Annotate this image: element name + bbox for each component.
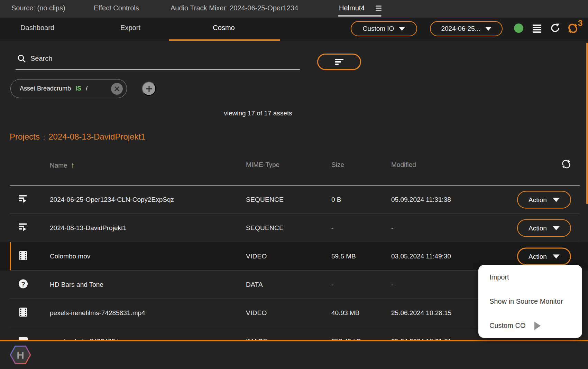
action-context-menu: ImportShow in Source MonitorCustom CO [478,265,582,338]
custom-io-dropdown[interactable]: Custom IO [351,21,417,36]
breadcrumb-separator: : [40,133,49,141]
column-header-name[interactable]: Name↑ [50,161,74,169]
asset-name: pexels-irenefilms-74285831.mp4 [50,309,145,317]
active-tab-underline [338,15,382,17]
asset-mime-type: DATA [246,281,263,288]
film-icon [18,307,28,319]
asset-size: - [331,224,333,232]
asset-mime-type: VIDEO [246,253,267,260]
action-button-label: Action [529,253,547,260]
sort-lines-icon [335,59,343,65]
menu-item-show-in-source-monitor[interactable]: Show in Source Monitor [478,290,582,314]
asset-size: 259.45 kB [331,338,361,340]
asset-row[interactable]: 2024-06-25-Oper1234-CLN-Copy2ExpSqzSEQUE… [0,186,588,214]
filter-chip-value: / [86,85,88,92]
svg-text:?: ? [21,281,25,288]
asset-name: 2024-08-13-DavidProjekt1 [50,224,127,232]
vertical-scrollbar-thumb[interactable] [586,43,588,204]
asset-name: pexels-photo-2422409.jpg [50,338,126,340]
asset-name: HD Bars and Tone [50,281,103,288]
asset-mime-type: SEQUENCE [246,224,284,232]
chevron-down-icon [399,27,405,31]
sequence-icon [18,222,28,234]
workspace-tab-helmut4[interactable]: Helmut4 [339,4,365,12]
chevron-down-icon [553,226,560,230]
custom-io-label: Custom IO [363,25,394,32]
asset-mime-type: IMAGE [246,338,268,340]
connection-status-dot [514,23,523,33]
column-header-size[interactable]: Size [331,161,344,169]
image-icon [18,335,28,340]
menu-list-icon[interactable] [533,25,541,34]
search-input[interactable]: Search [30,55,52,63]
chevron-down-icon [553,254,560,258]
tab-export[interactable]: Export [120,24,140,32]
filter-chip[interactable]: Asset Breadcrumb IS / [10,79,127,98]
asset-modified: - [391,281,393,288]
asset-mime-type: SEQUENCE [246,196,284,204]
asset-name: Colombo.mov [50,253,90,260]
remove-filter-button[interactable] [111,83,123,95]
menu-item-label: Custom CO [489,322,525,330]
breadcrumb: Projects:2024-08-13-DavidProjekt1 [10,132,145,142]
sequence-icon [18,194,28,206]
workspace-tab-source[interactable]: Source: (no clips) [11,4,65,12]
filter-sort-button[interactable] [317,54,361,70]
table-refresh-icon[interactable] [561,159,571,171]
asset-count-status: viewing 17 of 17 assets [224,110,292,117]
tab-cosmo[interactable]: Cosmo [213,24,235,32]
asset-modified: - [391,224,393,232]
menu-item-import[interactable]: Import [478,265,582,289]
workspace-tab-audio-track-mixer[interactable]: Audio Track Mixer: 2024-06-25-Oper1234 [171,4,298,12]
asset-modified: 03.05.2024 11:49:30 [391,253,451,260]
asset-size: - [331,281,333,288]
asset-row[interactable]: 2024-08-13-DavidProjekt1SEQUENCE--Action [0,214,588,242]
filter-chip-field: Asset Breadcrumb [20,85,71,92]
asset-size: 59.5 MB [331,253,356,260]
helmut4-cosmo-panel: Source: (no clips) Effect Controls Audio… [0,0,588,369]
asset-size: 40.93 MB [331,309,359,317]
asset-mime-type: VIDEO [246,309,267,317]
asset-modified: 25.06.2024 10:28:15 [391,309,451,317]
menu-item-label: Import [489,273,509,281]
asset-modified: 25.04.2024 10:21:01 [391,338,451,340]
workspace-bar: Source: (no clips) Effect Controls Audio… [0,0,588,18]
chevron-down-icon [553,198,560,202]
search-icon [17,54,26,65]
panel-menu-icon[interactable] [376,6,382,12]
action-button-label: Action [529,224,547,232]
action-button[interactable]: Action [517,248,571,265]
search-underline [16,69,300,70]
tab-dashboard[interactable]: Dashboard [20,24,54,32]
project-dropdown-label: 2024-06-25... [441,25,480,32]
breadcrumb-root[interactable]: Projects [10,132,40,141]
column-header-modified[interactable]: Modified [391,161,416,169]
filter-chip-operator: IS [75,85,81,92]
helmut-logo: H [10,345,31,366]
action-button[interactable]: Action [517,191,571,209]
sync-count-badge: 3 [578,18,582,28]
unknown-file-icon: ? [18,279,28,291]
action-button-label: Action [529,196,547,204]
asset-name: 2024-06-25-Oper1234-CLN-Copy2ExpSqz [50,196,174,204]
column-header-mime[interactable]: MIME-Type [246,161,279,169]
action-button[interactable]: Action [517,219,571,237]
submenu-arrow-icon [534,322,541,330]
logo-letter: H [17,349,24,361]
sort-ascending-icon: ↑ [67,161,75,169]
cosmo-active-underline [169,39,280,41]
refresh-icon[interactable] [550,23,560,35]
project-dropdown[interactable]: 2024-06-25... [430,21,503,36]
chevron-down-icon [485,27,491,31]
film-icon [18,250,28,263]
bottom-accent-line [0,340,588,341]
menu-item-custom-co[interactable]: Custom CO [478,314,582,338]
asset-modified: 05.09.2024 11:31:38 [391,196,451,204]
asset-size: 0 B [331,196,341,204]
sync-icon[interactable] [567,23,578,35]
add-filter-button[interactable] [142,82,156,96]
workspace-tab-effect-controls[interactable]: Effect Controls [94,4,139,12]
menu-item-label: Show in Source Monitor [489,297,563,305]
breadcrumb-current[interactable]: 2024-08-13-DavidProjekt1 [48,132,145,141]
